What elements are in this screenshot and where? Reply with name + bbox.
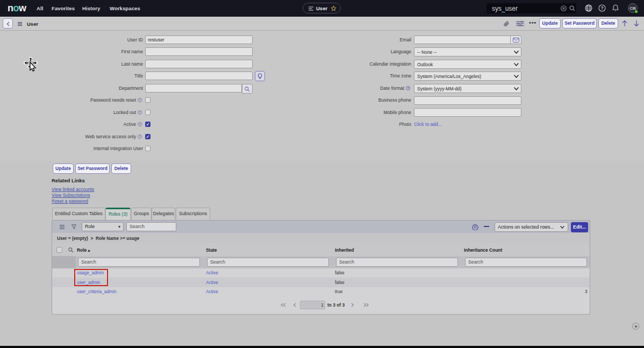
svg-text:?: ? — [600, 5, 603, 11]
